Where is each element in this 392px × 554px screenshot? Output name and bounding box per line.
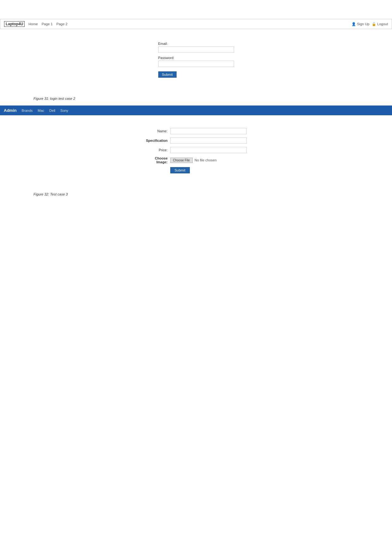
brand-1[interactable]: Laptop4U	[4, 21, 25, 27]
admin-form-container: Name: Specification Price: Choose Image:…	[0, 115, 392, 180]
figure-31-caption: Figure 31: login test case 2	[33, 97, 392, 100]
email-group: Email:	[158, 42, 234, 53]
specification-group: Specification	[146, 137, 247, 144]
nav2-link-dell[interactable]: Dell	[49, 109, 55, 112]
admin-submit-button[interactable]: Submit	[170, 167, 190, 173]
choose-image-group: Choose Image: Choose File No file chosen	[146, 156, 247, 164]
price-input[interactable]	[170, 147, 247, 153]
name-input[interactable]	[170, 128, 247, 134]
nav1-link-home[interactable]: Home	[28, 22, 38, 26]
choose-image-label: Choose Image:	[146, 156, 168, 164]
login-submit-button[interactable]: Submit	[158, 71, 177, 78]
specification-label: Specification	[146, 139, 168, 142]
signup-link[interactable]: 👤 Sign Up	[352, 22, 369, 26]
user-icon: 👤	[352, 22, 356, 26]
nav2-link-brands[interactable]: Brands	[21, 109, 33, 112]
section-32: Admin Brands Mac Dell Sony Name: Specifi…	[0, 105, 392, 186]
nav2-link-mac[interactable]: Mac	[38, 109, 44, 112]
login-form: Email: Password: Submit	[158, 42, 234, 78]
navbar-2: Admin Brands Mac Dell Sony	[0, 105, 392, 115]
login-form-container: Email: Password: Submit	[0, 29, 392, 84]
navbar-1-right: 👤 Sign Up 🔓 Logout	[352, 22, 388, 26]
name-group: Name:	[146, 128, 247, 134]
email-label: Email:	[158, 42, 234, 45]
choose-file-button[interactable]: Choose File	[170, 158, 193, 163]
password-group: Password:	[158, 56, 234, 67]
logout-link[interactable]: 🔓 Logout	[372, 22, 388, 26]
email-input[interactable]	[158, 46, 234, 53]
navbar-1-left: Laptop4U Home Page 1 Page 2	[4, 21, 67, 27]
nav1-link-page1[interactable]: Page 1	[42, 22, 53, 26]
logout-label: Logout	[377, 22, 388, 26]
no-file-text: No file chosen	[195, 158, 217, 162]
logout-icon: 🔓	[372, 22, 376, 26]
price-label: Price:	[146, 148, 168, 152]
password-input[interactable]	[158, 61, 234, 67]
name-label: Name:	[146, 129, 168, 133]
password-label: Password:	[158, 56, 234, 60]
navbar-1: Laptop4U Home Page 1 Page 2 👤 Sign Up 🔓 …	[0, 19, 392, 29]
signup-label: Sign Up	[357, 22, 369, 26]
brand-2[interactable]: Admin	[4, 108, 16, 113]
nav1-link-page2[interactable]: Page 2	[57, 22, 68, 26]
price-group: Price:	[146, 147, 247, 153]
file-input-area: Choose File No file chosen	[170, 158, 247, 163]
figure-32-caption: Figure 32: Test case 3	[33, 192, 392, 196]
admin-form-submit-area: Submit	[146, 167, 247, 173]
section-31: Laptop4U Home Page 1 Page 2 👤 Sign Up 🔓 …	[0, 0, 392, 90]
nav2-link-sony[interactable]: Sony	[60, 109, 68, 112]
admin-form: Name: Specification Price: Choose Image:…	[146, 128, 247, 173]
specification-input[interactable]	[170, 137, 247, 144]
